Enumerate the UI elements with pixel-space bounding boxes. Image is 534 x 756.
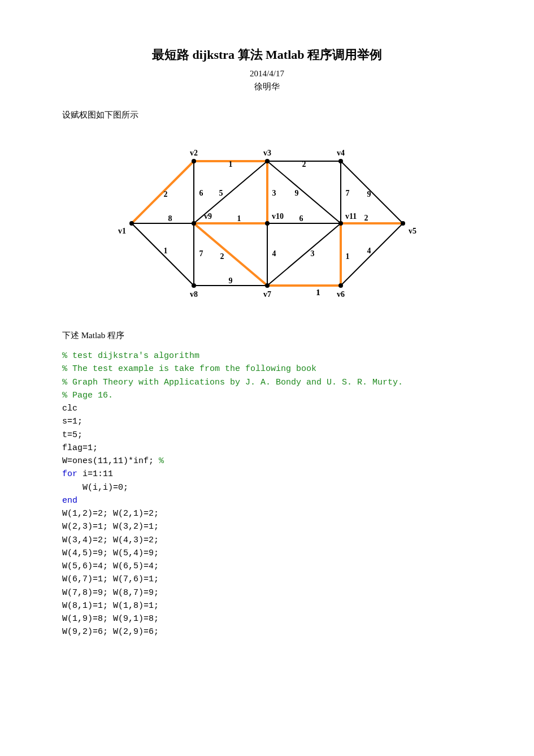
vertex-v11 [338,221,343,226]
edge-weight-v5-v6: 4 [367,247,371,255]
edge-weight-v11-v6: 1 [345,252,349,261]
code-line: % test dijkstra's algorithm [62,351,199,361]
code-line: W(4,5)=9; W(5,4)=9; [62,548,159,558]
page-author: 徐明华 [62,80,472,93]
edge-weight-v9-v8: 7 [199,249,203,258]
code-line: W(8,1)=1; W(1,8)=1; [62,601,159,611]
edge-v1-v2 [132,161,194,223]
intro-text: 设赋权图如下图所示 [62,109,472,122]
vertex-label-v10: v10 [272,212,284,221]
vertex-label-v5: v5 [409,227,416,235]
vertex-v1 [129,221,134,226]
vertex-label-v11: v11 [345,212,357,221]
vertex-v10 [265,221,270,226]
edge-weight-v11-v5: 2 [364,214,368,222]
edge-weight-v1-v2: 2 [163,190,167,198]
vertex-label-v7: v7 [263,290,271,299]
edge-weight-v11-v7: 3 [310,249,314,258]
code-line: flag=1; [62,443,98,453]
weighted-graph-svg: 21294191865721346793121v1v2v3v4v5v6v7v8v… [98,139,437,308]
code-line: W(7,8)=9; W(8,7)=9; [62,588,159,598]
edge-v8-v1 [132,223,194,286]
code-line: W(9,2)=6; W(2,9)=6; [62,627,159,637]
edge-weight-v9-v2: 6 [199,189,203,197]
code-subheading: 下述 Matlab 程序 [62,329,472,342]
code-line: s=1; [62,417,83,426]
graph-diagram: 21294191865721346793121v1v2v3v4v5v6v7v8v… [62,139,472,312]
vertex-label-v3: v3 [263,149,271,157]
code-line: W(6,7)=1; W(7,6)=1; [62,574,159,584]
vertex-label-v2: v2 [190,149,198,157]
code-line: % The test example is take from the foll… [62,364,316,374]
page-date: 2014/4/17 [62,67,472,80]
vertex-label-v8: v8 [190,290,198,299]
vertex-label-v9: v9 [204,212,212,221]
edge-weight-v2-v3: 1 [228,160,232,169]
vertex-label-v1: v1 [118,227,126,235]
edge-weight-v4-v5: 9 [367,190,371,198]
vertex-v6 [338,283,343,288]
matlab-code-block: % test dijkstra's algorithm % The test e… [62,349,472,639]
vertex-v2 [192,159,196,163]
edge-weight-v1-v9: 8 [168,214,172,223]
edge-weight-v3-v4: 2 [302,160,306,169]
vertex-label-v6: v6 [337,290,345,299]
code-line: W(5,6)=4; W(6,5)=4; [62,561,159,571]
edge-weight-v9-v10: 1 [237,214,241,223]
edge-weight-v11-v3: 9 [294,189,298,197]
code-line: W(3,4)=2; W(4,3)=2; [62,535,159,545]
edge-v11-v7 [267,223,341,286]
code-line: W(2,3)=1; W(3,2)=1; [62,522,159,532]
vertex-v5 [401,221,405,226]
code-line: t=5; [62,430,83,440]
edge-weight-v7-v6: 1 [316,288,320,297]
edge-weight-v10-v7: 4 [272,249,276,258]
code-line: % Graph Theory with Applications by J. A… [62,378,403,387]
code-line: W(1,9)=8; W(9,1)=8; [62,614,159,624]
edge-weight-v10-v3: 3 [272,189,276,197]
vertex-v9 [192,221,196,226]
vertex-v4 [338,159,343,163]
edge-v5-v6 [341,223,403,286]
code-line: W(1,2)=2; W(2,1)=2; [62,509,159,519]
code-line: W(i,i)=0; [62,483,128,493]
edge-weight-v9-v3: 5 [219,189,223,197]
vertex-v8 [192,283,196,288]
edge-weight-v8-v1: 1 [163,247,167,255]
edge-weight-v10-v11: 6 [299,214,303,223]
code-line: end [62,496,77,506]
vertex-v3 [265,159,270,163]
edge-weight-v7-v8: 9 [228,277,232,285]
code-line: % Page 16. [62,391,113,400]
vertex-label-v4: v4 [337,149,345,157]
code-line: clc [62,404,77,413]
vertex-v7 [265,283,270,288]
edge-weight-v9-v7: 2 [220,252,224,261]
page-title: 最短路 dijkstra 算法 Matlab 程序调用举例 [62,45,472,64]
edge-weight-v11-v4: 7 [345,189,349,197]
